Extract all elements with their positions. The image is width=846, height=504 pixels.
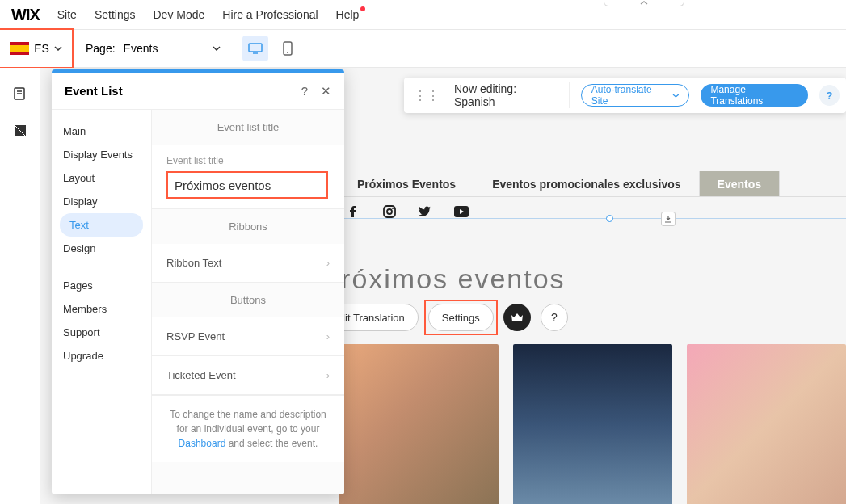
auto-translate-button[interactable]: Auto-translate Site (581, 84, 690, 107)
event-list-settings-panel: Event List ? ✕ Main Display Events Layou… (52, 69, 344, 494)
panel-title: Event List (65, 84, 123, 98)
top-menu-bar: WIX Site Settings Dev Mode Hire a Profes… (0, 0, 846, 29)
nav-pages[interactable]: Pages (52, 274, 151, 297)
page-selector[interactable]: Page: Events (73, 30, 234, 67)
nav-main[interactable]: Main (52, 120, 151, 143)
help-icon[interactable]: ? (819, 85, 840, 106)
nav-design[interactable]: Design (52, 237, 151, 260)
menu-hire[interactable]: Hire a Professional (222, 8, 318, 21)
desktop-view-button[interactable] (242, 36, 268, 61)
ticketed-event-row[interactable]: Ticketed Event › (152, 356, 344, 395)
dashboard-link[interactable]: Dashboard (179, 438, 226, 449)
left-rail (0, 68, 40, 504)
tab-promocionales[interactable]: Eventos promocionales exclusivos (474, 171, 699, 196)
collapse-handle[interactable] (604, 0, 684, 6)
tab-eventos[interactable]: Eventos (700, 171, 780, 196)
section-ribbons: Ribbons (152, 209, 344, 244)
event-card[interactable] (339, 344, 499, 504)
event-card[interactable] (687, 344, 846, 504)
chevron-down-icon (54, 46, 62, 51)
events-gallery (339, 344, 846, 504)
editing-language-bar: ⋮⋮ Now editing: Spanish Auto-translate S… (404, 78, 846, 113)
editor-canvas: ⋮⋮ Now editing: Spanish Auto-translate S… (40, 68, 846, 504)
chevron-right-icon: › (326, 330, 330, 342)
chevron-right-icon: › (326, 257, 330, 269)
element-settings-button[interactable]: Settings (428, 304, 494, 331)
section-buttons: Buttons (152, 283, 344, 317)
download-icon[interactable] (661, 212, 676, 226)
manage-translations-button[interactable]: Manage Translations (701, 84, 807, 107)
language-selector[interactable]: ES (0, 30, 73, 67)
chevron-down-icon (213, 46, 221, 51)
rsvp-event-row[interactable]: RSVP Event › (152, 317, 344, 356)
tab-proximos[interactable]: Próximos Eventos (339, 171, 474, 196)
menu-devmode[interactable]: Dev Mode (154, 8, 205, 21)
wix-logo: WIX (11, 6, 40, 24)
panel-help-icon[interactable]: ? (301, 84, 308, 99)
field-label: Event list title (166, 155, 330, 166)
page-label: Page: (86, 42, 116, 55)
nav-upgrade[interactable]: Upgrade (52, 344, 151, 368)
event-list-title-input[interactable] (166, 171, 328, 199)
theme-icon[interactable] (12, 123, 28, 139)
nav-support[interactable]: Support (52, 321, 151, 344)
chevron-right-icon: › (326, 369, 330, 381)
help-icon[interactable]: ? (541, 304, 568, 331)
panel-content: Event list title Event list title Ribbon… (152, 110, 344, 494)
chevron-down-icon (672, 94, 680, 98)
nav-members[interactable]: Members (52, 297, 151, 321)
now-editing-text: Now editing: Spanish (454, 82, 570, 108)
menu-help[interactable]: Help (336, 8, 360, 21)
canvas-ruler (339, 213, 846, 223)
nav-layout[interactable]: Layout (52, 166, 151, 190)
nav-display-events[interactable]: Display Events (52, 143, 151, 166)
nav-display[interactable]: Display (52, 190, 151, 213)
svg-rect-0 (249, 44, 262, 52)
menu-site[interactable]: Site (57, 8, 77, 21)
toolbar-row: ES Page: Events (0, 29, 846, 68)
mobile-view-button[interactable] (275, 36, 301, 61)
close-icon[interactable]: ✕ (321, 84, 331, 99)
pages-icon[interactable] (12, 86, 28, 102)
menu-settings[interactable]: Settings (95, 8, 136, 21)
drag-handle-icon[interactable]: ⋮⋮ (410, 88, 443, 103)
section-event-list-title: Event list title (152, 110, 344, 145)
event-list-title-field: Event list title (152, 145, 344, 209)
panel-nav: Main Display Events Layout Display Text … (52, 110, 152, 494)
ruler-handle[interactable] (606, 215, 613, 222)
page-value: Events (124, 42, 158, 55)
device-switch (234, 30, 309, 67)
site-tabs: Próximos Eventos Eventos promocionales e… (339, 171, 846, 197)
svg-point-2 (287, 52, 288, 53)
svg-point-6 (392, 208, 394, 209)
language-code: ES (34, 42, 49, 55)
nav-text[interactable]: Text (60, 213, 143, 237)
panel-footer-note: To change the name and description for a… (152, 395, 344, 462)
event-card[interactable] (513, 344, 672, 504)
flag-es-icon (10, 42, 29, 55)
crown-icon[interactable] (503, 304, 531, 331)
ribbon-text-row[interactable]: Ribbon Text › (152, 244, 344, 283)
